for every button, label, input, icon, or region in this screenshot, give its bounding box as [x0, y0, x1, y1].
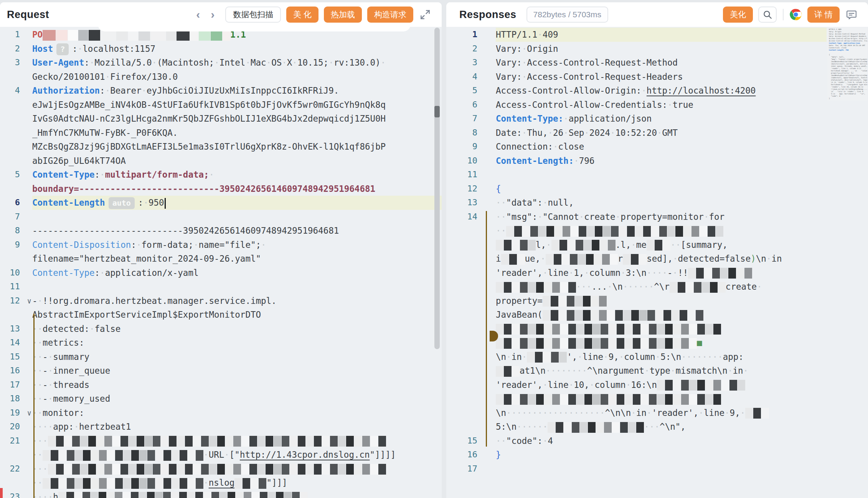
code-row[interactable]: ··"code":·4 [496, 434, 827, 448]
code-rows[interactable]: Access-Control-Allow-Origin:·http://loca… [496, 84, 827, 98]
code-line[interactable]: 10Content-Length:·796 [446, 154, 868, 168]
code-row[interactable]: Content-Type:·multipart/form-data;· [32, 168, 442, 182]
code-row[interactable] [496, 322, 827, 336]
code-row[interactable]: ···nslog"]]] [32, 476, 442, 490]
code-row[interactable]: Vary:·Access-Control-Request-Headers [496, 70, 827, 84]
code-row[interactable]: ··"msg":·"Cannot·create·property=monitor… [496, 210, 827, 224]
code-row[interactable]: ···URL·["http://1.43cpor.dnslog.cn"]]]] [32, 448, 442, 462]
request-editor[interactable]: 1PO1.12Host?:·localhost:11573User-Agent:… [0, 27, 442, 498]
request-scrollbar[interactable] [434, 28, 440, 498]
code-line[interactable]: 1HTTP/1.1·409 [446, 28, 868, 42]
code-rows[interactable]: ··metrics: [32, 336, 442, 350]
code-line[interactable]: 22······nslog"]]] [0, 462, 442, 490]
code-rows[interactable]: Access-Control-Allow-Credentials:·true [496, 98, 827, 112]
minimap[interactable]: HTTP/1.1 409 Vary: Origin Vary: Access-C… [827, 28, 867, 101]
code-rows[interactable]: ··"data":·null, [496, 196, 827, 210]
code-line[interactable]: 14··metrics: [0, 336, 442, 350]
code-rows[interactable]: ······nslog"]]] [32, 462, 442, 490]
code-row[interactable]: \n·in·',·line·9,·column·5:\n········app: [496, 350, 827, 364]
code-rows[interactable]: -----------------------------39502426561… [32, 224, 442, 238]
code-row[interactable]: Date:·Thu,·26·Sep·2024·10:52:20·GMT [496, 126, 827, 140]
code-row[interactable]: boundary=---------------------------3950… [32, 182, 442, 196]
code-row[interactable]: Content-Type:·application/x-yaml [32, 266, 442, 280]
code-line[interactable]: 16··-·inner_queue [0, 364, 442, 378]
code-rows[interactable]: ··"code":·4 [496, 434, 827, 448]
code-row[interactable]: JavaBean( [496, 308, 827, 322]
beautify-response-button[interactable]: 美化 [723, 7, 753, 23]
next-request-button[interactable]: › [205, 9, 220, 20]
code-rows[interactable]: Host?:·localhost:1157 [32, 42, 442, 56]
code-line[interactable]: 15··-·summary [0, 350, 442, 364]
code-row[interactable]: Content-Type:·application/json [496, 112, 827, 126]
code-line[interactable]: 7Content-Type:·application/json [446, 112, 868, 126]
code-row[interactable]: -----------------------------39502426561… [32, 224, 442, 238]
inline-link[interactable]: http://1.43cpor.dnslog.cn [240, 450, 370, 460]
code-rows[interactable] [496, 168, 827, 182]
code-row[interactable]: filename="hertzbeat_monitor_2024-09-26.y… [32, 252, 442, 266]
code-line[interactable]: 20····app:·hertzbeat1 [0, 420, 442, 434]
code-row[interactable]: Connection:·close [496, 140, 827, 154]
code-line[interactable]: 17··-·threads [0, 378, 442, 392]
code-line[interactable]: 13··"data":·null, [446, 196, 868, 210]
code-row[interactable]: Content-Disposition:·form-data;·name="fi… [32, 238, 442, 252]
code-line[interactable]: 2Vary:·Origin [446, 42, 868, 56]
code-line[interactable]: 18··-·memory_used [0, 392, 442, 406]
code-rows[interactable]: ··detected:·false [32, 322, 442, 336]
code-rows[interactable]: ····h [32, 490, 442, 498]
code-line[interactable]: 23····h [0, 490, 442, 498]
response-editor[interactable]: 1HTTP/1.1·4092Vary:·Origin3Vary:·Access-… [446, 27, 868, 498]
code-row[interactable]: Host?:·localhost:1157 [32, 42, 442, 56]
code-rows[interactable]: Content-Type:·multipart/form-data;·bound… [32, 168, 442, 196]
code-row[interactable]: } [496, 448, 827, 462]
code-row[interactable]: Authorization:·Bearer·eyJhbGciOiJIUzUxMi… [32, 84, 442, 98]
code-rows[interactable]: Connection:·close [496, 140, 827, 154]
code-line[interactable]: 11 [0, 280, 442, 294]
code-line[interactable]: 9Connection:·close [446, 140, 868, 154]
code-row[interactable]: ··monitor: [32, 406, 442, 420]
code-row[interactable]: ··detected:·false [32, 322, 442, 336]
code-row[interactable]: at1\n········^\nargument·type·mismatch\n… [496, 364, 827, 378]
code-line[interactable]: 12{ [446, 182, 868, 196]
code-row[interactable]: -·!!org.dromara.hertzbeat.manager.servic… [32, 294, 442, 308]
hot-reload-button[interactable]: 热加载 [324, 7, 362, 23]
code-row[interactable]: ··· [32, 434, 442, 448]
code-row[interactable]: eJw1jEsOgzAMBe_iNV4kOB-4StUFIa6UfkIVB1Sp… [32, 98, 442, 112]
code-rows[interactable] [496, 462, 827, 476]
code-rows[interactable]: ····app:·hertzbeat1 [32, 420, 442, 434]
request-code[interactable]: 1PO1.12Host?:·localhost:11573User-Agent:… [0, 28, 442, 498]
code-rows[interactable]: ··"msg":·"Cannot·create·property=monitor… [496, 210, 827, 434]
code-row[interactable] [496, 462, 827, 476]
code-row[interactable]: { [496, 182, 827, 196]
code-row[interactable]: ··-·summary [32, 350, 442, 364]
code-rows[interactable]: Vary:·Access-Control-Request-Method [496, 56, 827, 70]
code-line[interactable]: 16} [446, 448, 868, 462]
code-row[interactable]: ····app:·hertzbeat1 [32, 420, 442, 434]
code-rows[interactable]: User-Agent:·Mozilla/5.0·(Macintosh;·Inte… [32, 56, 442, 84]
code-rows[interactable]: Vary:·Access-Control-Request-Headers [496, 70, 827, 84]
beautify-button[interactable]: 美 化 [286, 7, 318, 23]
fullscreen-icon[interactable] [419, 9, 431, 20]
code-row[interactable]: User-Agent:·Mozilla/5.0·(Macintosh;·Inte… [32, 56, 442, 70]
code-line[interactable]: 21······URL·["http://1.43cpor.dnslog.cn"… [0, 434, 442, 462]
code-row[interactable]: Content-Lengthauto:·950 [32, 196, 442, 210]
code-rows[interactable]: Date:·Thu,·26·Sep·2024·10:52:20·GMT [496, 126, 827, 140]
code-row[interactable]: iue,·rsed],·detected=false)\n·in [496, 252, 827, 266]
response-code[interactable]: 1HTTP/1.1·4092Vary:·Origin3Vary:·Access-… [446, 28, 868, 498]
code-rows[interactable]: ··-·inner_queue [32, 364, 442, 378]
code-line[interactable]: 14··"msg":·"Cannot·create·property=monit… [446, 210, 868, 434]
code-line[interactable]: 8Date:·Thu,·26·Sep·2024·10:52:20·GMT [446, 126, 868, 140]
code-line[interactable]: 8-----------------------------3950242656… [0, 224, 442, 238]
code-rows[interactable]: ··-·summary [32, 350, 442, 364]
code-row[interactable]: ····h [32, 490, 442, 498]
code-rows[interactable]: } [496, 448, 827, 462]
code-row[interactable]: ···...·\n······^\rcreate· [496, 280, 827, 294]
code-row[interactable]: Content-Length:·796 [496, 154, 827, 168]
construct-request-button[interactable]: 构造请求 [367, 7, 413, 23]
code-rows[interactable]: Content-Lengthauto:·950 [32, 196, 442, 210]
code-row[interactable]: Access-Control-Allow-Credentials:·true [496, 98, 827, 112]
code-line[interactable]: 4Vary:·Access-Control-Request-Headers [446, 70, 868, 84]
code-row[interactable]: ·· [496, 224, 827, 238]
inline-link[interactable]: nslog [209, 478, 235, 488]
code-row[interactable]: 'reader',·line·10,·column·16:\n [496, 378, 827, 392]
code-rows[interactable]: ··-·memory_used [32, 392, 442, 406]
